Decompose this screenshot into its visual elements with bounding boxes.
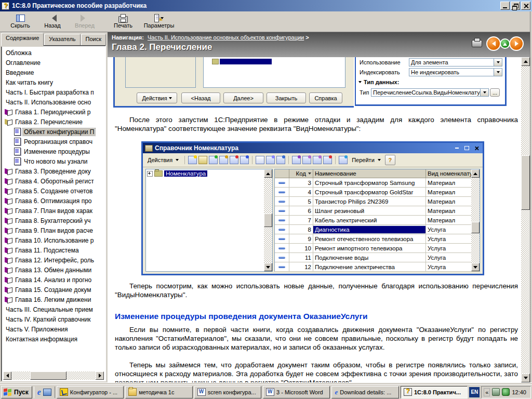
- goto-button[interactable]: Перейти: [349, 155, 383, 165]
- toc-item[interactable]: Оглавление: [2, 58, 105, 68]
- toc-item[interactable]: Часть I. Быстрая разработка п: [2, 87, 105, 97]
- content-scrollbar[interactable]: [521, 57, 530, 382]
- taskbar-task-word-doc[interactable]: scren конфигура...: [194, 386, 261, 398]
- scroll-down-button[interactable]: [521, 374, 530, 382]
- internet-explorer-icon[interactable]: e: [37, 389, 41, 396]
- toc-item[interactable]: Контактная информация: [2, 334, 105, 344]
- cancel-filter-icon[interactable]: [323, 156, 332, 164]
- taskbar-task-configurator[interactable]: Конфигуратор - ...: [57, 386, 124, 398]
- toc-item[interactable]: Что нового мы узнали: [2, 156, 105, 166]
- wizard-close-button[interactable]: Закрыть: [267, 92, 306, 103]
- combo-arrow-icon[interactable]: [494, 59, 502, 66]
- toc-item[interactable]: Реорганизация справоч: [2, 137, 105, 147]
- new-group-icon[interactable]: [198, 156, 207, 164]
- table-row[interactable]: 4Строчный трансформатор GoldStarМатериал: [275, 188, 480, 197]
- toc-item[interactable]: Часть V. Приложения: [2, 324, 105, 334]
- select-item-icon[interactable]: [266, 156, 275, 164]
- tab-contents[interactable]: Содержание: [1, 33, 44, 46]
- catalog-minimize-button[interactable]: [453, 143, 461, 153]
- code-column-header[interactable]: Код: [296, 170, 306, 177]
- scrollbar-thumb[interactable]: [471, 222, 480, 233]
- toc-item[interactable]: Часть II. Использование осно: [2, 97, 105, 107]
- index-combo[interactable]: Не индексировать: [409, 68, 502, 76]
- taskbar-task-folder[interactable]: методичка 1с: [125, 386, 192, 398]
- clock[interactable]: 12:40: [512, 389, 526, 395]
- options-button[interactable]: Параметры: [139, 11, 179, 31]
- toc-item[interactable]: Глава 6. Оптимизация про: [2, 196, 105, 206]
- up-page-button[interactable]: [500, 38, 510, 49]
- table-row[interactable]: 7Кабель электрическийМатериал: [275, 216, 480, 225]
- hierarchy-icon[interactable]: [256, 156, 264, 164]
- toc-horizontal-scrollbar[interactable]: [3, 371, 104, 380]
- print-page-icon[interactable]: [472, 40, 482, 47]
- catalog-maximize-button[interactable]: [463, 143, 471, 153]
- table-row-selected[interactable]: 8ДиагностикаУслуга: [275, 225, 480, 234]
- table-row[interactable]: 10Ремонт импортного телевизораУслуга: [275, 244, 480, 253]
- toc-item[interactable]: Часть IV. Краткий справочник: [2, 314, 105, 324]
- toc-item[interactable]: Глава 5. Создание отчетов: [2, 186, 105, 196]
- wizard-help-button[interactable]: Справка: [309, 92, 342, 103]
- tray-expand-button[interactable]: «: [484, 388, 490, 396]
- delete-item-icon[interactable]: [230, 156, 238, 164]
- new-item-icon[interactable]: [188, 156, 197, 164]
- previous-page-button[interactable]: [486, 36, 501, 51]
- filter-history-icon[interactable]: [313, 156, 322, 164]
- table-header[interactable]: Код Наименование Вид номенклатуры: [275, 169, 480, 178]
- tray-icon-antivirus[interactable]: [502, 388, 510, 396]
- edit-item-icon[interactable]: [219, 156, 228, 164]
- scrollbar-thumb[interactable]: [30, 371, 66, 380]
- wizard-next-button[interactable]: Далее>: [223, 92, 263, 103]
- catalog-close-button[interactable]: [473, 143, 481, 153]
- show-desktop-icon[interactable]: [43, 389, 51, 396]
- reread-icon[interactable]: [276, 156, 285, 164]
- toc-item[interactable]: Глава 8. Бухгалтерский уч: [2, 216, 105, 225]
- table-row[interactable]: 3Строчный трансформатор SamsungМатериал: [275, 178, 480, 188]
- close-button[interactable]: [521, 2, 530, 10]
- table-row[interactable]: 12Подключение электричестваУслуга: [275, 262, 480, 272]
- next-page-button[interactable]: [509, 36, 524, 51]
- scroll-left-button[interactable]: [3, 371, 11, 380]
- type-combo[interactable]: ПеречислениеСсылка.ВидыНоменклатуры: [371, 88, 489, 97]
- language-indicator[interactable]: EN: [469, 387, 480, 397]
- tab-search[interactable]: Поиск: [81, 34, 106, 46]
- type-more-button[interactable]: ...: [490, 88, 500, 97]
- toc-item[interactable]: Введение: [2, 68, 105, 77]
- toc-item[interactable]: Изменение процедуры: [2, 147, 105, 156]
- taskbar-task-help-active[interactable]: 1С:8.0 Практич...: [401, 386, 468, 398]
- minimize-button[interactable]: [500, 2, 510, 10]
- catalog-help-button[interactable]: ?: [385, 155, 395, 165]
- scroll-up-button[interactable]: [521, 57, 530, 66]
- scrollbar-thumb[interactable]: [264, 214, 272, 227]
- copy-item-icon[interactable]: [209, 156, 218, 164]
- table-row[interactable]: 11Подключение водыУслуга: [275, 253, 480, 262]
- scroll-up-button[interactable]: [471, 169, 480, 178]
- tray-icon-update[interactable]: [492, 388, 500, 396]
- tree-scrollbar[interactable]: [264, 169, 272, 271]
- toc-item[interactable]: Глава 16. Легким движени: [2, 295, 105, 304]
- toc-item[interactable]: Глава 15. Создание докум: [2, 285, 105, 295]
- back-button[interactable]: Назад: [36, 11, 69, 31]
- toc-item[interactable]: Глава 10. Использование р: [2, 235, 105, 245]
- scroll-up-button[interactable]: [264, 169, 272, 178]
- deletion-mark-icon[interactable]: [240, 156, 249, 164]
- refresh-icon[interactable]: [339, 156, 348, 164]
- toc-item[interactable]: Глава 4. Оборотный регист: [2, 176, 105, 186]
- toc-item[interactable]: Глава 13. Обмен данными: [2, 265, 105, 275]
- nav-link[interactable]: Часть II. Использование основных объекто…: [148, 34, 304, 41]
- toc-item[interactable]: Глава 1. Периодический р: [2, 107, 105, 117]
- tab-index[interactable]: Указатель: [44, 34, 80, 46]
- table-row[interactable]: 5Транзистор Philips 2N2369Материал: [275, 197, 480, 206]
- wizard-back-button[interactable]: <Назад: [181, 92, 220, 103]
- hide-button[interactable]: Скрыть: [4, 11, 36, 31]
- toc-item[interactable]: Как читать книгу: [2, 77, 105, 87]
- toc-item[interactable]: Глава 11. Подсистема: [2, 245, 105, 255]
- filter-by-value-icon[interactable]: [292, 156, 301, 164]
- table-row[interactable]: 9Ремонт отечественного телевизораУслуга: [275, 234, 480, 244]
- toc-item[interactable]: Глава 7. План видов харак: [2, 206, 105, 216]
- scroll-right-button[interactable]: [96, 371, 104, 380]
- combo-arrow-icon[interactable]: [480, 89, 488, 96]
- toc-item[interactable]: Глава 12. Интерфейс, роль: [2, 255, 105, 265]
- toc-item[interactable]: Глава 3. Проведение доку: [2, 166, 105, 176]
- toc-item-selected[interactable]: Объект конфигурации П: [2, 127, 105, 137]
- table-row[interactable]: 6Шланг резиновыйМатериал: [275, 206, 480, 216]
